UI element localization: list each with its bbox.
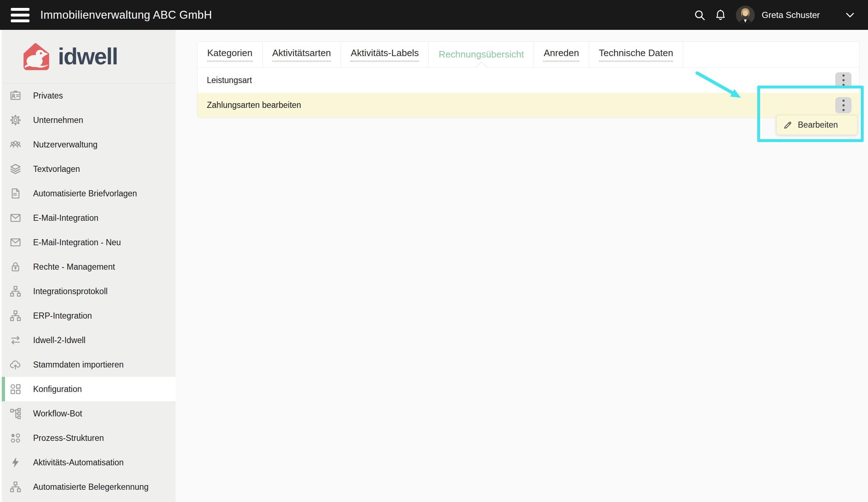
sitemap-icon <box>9 480 22 493</box>
kebab-menu-icon[interactable] <box>835 97 851 113</box>
sidebar-nav: Privates Unternehmen <box>2 83 176 499</box>
sidebar-item-automatisierte-belegerkennung[interactable]: Automatisierte Belegerkennung <box>2 475 176 499</box>
table-row-zahlungsarten: Zahlungsarten bearbeiten <box>197 93 859 118</box>
pencil-icon <box>783 120 792 130</box>
sidebar-item-prozess-strukturen[interactable]: Prozess-Strukturen <box>2 426 176 450</box>
sidebar-item-label: Rechte - Management <box>33 262 115 272</box>
sidebar-item-label: Idwell-2-Idwell <box>33 336 86 345</box>
cloud-upload-icon <box>9 358 22 371</box>
tab-bar: Kategorien Aktivitätsarten Aktivitäts-La… <box>197 42 859 68</box>
tab-rechnungsuebersicht[interactable]: Rechnungsübersicht <box>429 42 534 67</box>
page-title: Immobilienverwaltung ABC GmbH <box>40 9 212 22</box>
context-menu-item-label: Bearbeiten <box>798 120 838 130</box>
top-bar: Immobilienverwaltung ABC GmbH <box>0 0 868 30</box>
sidebar-item-label: Automatisierte Belegerkennung <box>33 482 149 492</box>
app-root: Immobilienverwaltung ABC GmbH <box>0 0 868 502</box>
sidebar-item-label: Aktivitäts-Automatisation <box>33 458 124 467</box>
user-name[interactable]: Greta Schuster <box>762 10 820 20</box>
hamburger-menu-icon[interactable] <box>11 8 29 22</box>
tab-anreden[interactable]: Anreden <box>534 42 589 67</box>
sidebar-item-label: E-Mail-Integration - Neu <box>33 238 121 247</box>
sidebar-item-konfiguration[interactable]: Konfiguration <box>2 377 176 401</box>
context-menu-item-bearbeiten[interactable]: Bearbeiten <box>776 115 858 135</box>
sidebar-item-label: Nutzerverwaltung <box>33 140 97 150</box>
gear-icon <box>9 114 22 127</box>
sidebar-item-label: Workflow-Bot <box>33 409 82 419</box>
top-bar-actions: Greta Schuster <box>694 6 868 24</box>
sidebar-item-rechte-management[interactable]: Rechte - Management <box>2 255 176 279</box>
sidebar-item-stammdaten-importieren[interactable]: Stammdaten importieren <box>2 352 176 377</box>
tab-technische-daten[interactable]: Technische Daten <box>589 42 683 67</box>
sidebar-item-aktivitaets-automatisation[interactable]: Aktivitäts-Automatisation <box>2 450 176 475</box>
sidebar-item-nutzerverwaltung[interactable]: Nutzerverwaltung <box>2 132 176 157</box>
id-card-icon <box>9 89 22 102</box>
lock-icon <box>9 260 22 273</box>
sidebar-item-integrationsprotokoll[interactable]: Integrationsprotokoll <box>2 279 176 304</box>
tab-kategorien[interactable]: Kategorien <box>197 42 263 67</box>
sidebar-item-label: Privates <box>33 91 63 101</box>
sidebar: idwell Privates <box>2 30 176 502</box>
tab-aktivitaets-labels[interactable]: Aktivitäts-Labels <box>341 42 429 67</box>
chevron-down-icon[interactable] <box>846 13 854 18</box>
sitemap-icon <box>9 309 22 322</box>
sidebar-item-privates[interactable]: Privates <box>2 83 176 108</box>
layers-icon <box>9 163 22 175</box>
exchange-arrows-icon <box>9 334 22 347</box>
sidebar-item-label: Integrationsprotokoll <box>33 287 108 296</box>
sidebar-item-label: Prozess-Strukturen <box>33 433 104 443</box>
sidebar-item-label: Automatisierte Briefvorlagen <box>33 189 137 198</box>
sidebar-item-email-integration-neu[interactable]: E-Mail-Integration - Neu <box>2 230 176 255</box>
envelope-icon <box>9 211 22 224</box>
users-icon <box>9 138 22 151</box>
workflow-icon <box>9 407 22 420</box>
brand-wordmark: idwell <box>58 43 118 70</box>
tab-bar-filler <box>683 42 859 67</box>
sidebar-item-workflow-bot[interactable]: Workflow-Bot <box>2 401 176 426</box>
nodes-icon <box>9 432 22 444</box>
brand-logo: idwell <box>2 30 176 83</box>
sidebar-item-label: Stammdaten importieren <box>33 360 124 370</box>
user-avatar[interactable] <box>736 6 755 24</box>
sidebar-item-label: Unternehmen <box>33 115 83 125</box>
lightning-icon <box>9 456 22 469</box>
sidebar-item-automatisierte-briefvorlagen[interactable]: Automatisierte Briefvorlagen <box>2 181 176 206</box>
idwell-house-bird-icon <box>22 42 51 71</box>
sidebar-item-textvorlagen[interactable]: Textvorlagen <box>2 157 176 181</box>
sidebar-item-email-integration[interactable]: E-Mail-Integration <box>2 206 176 230</box>
table-row-leistungsart: Leistungsart <box>197 68 859 93</box>
envelope-icon <box>9 236 22 249</box>
sidebar-item-unternehmen[interactable]: Unternehmen <box>2 108 176 132</box>
sitemap-icon <box>9 285 22 298</box>
settings-card: Kategorien Aktivitätsarten Aktivitäts-La… <box>197 41 860 118</box>
bell-icon[interactable] <box>714 9 727 21</box>
grid-icon <box>9 383 22 396</box>
kebab-menu-icon[interactable] <box>835 72 851 88</box>
tab-aktivitaetsarten[interactable]: Aktivitätsarten <box>263 42 341 67</box>
sidebar-item-label: E-Mail-Integration <box>33 213 99 223</box>
sidebar-item-label: Konfiguration <box>33 384 82 394</box>
sidebar-item-erp-integration[interactable]: ERP-Integration <box>2 304 176 328</box>
sidebar-item-label: Textvorlagen <box>33 164 80 174</box>
document-icon <box>9 187 22 200</box>
search-icon[interactable] <box>694 9 706 21</box>
sidebar-item-idwell-2-idwell[interactable]: Idwell-2-Idwell <box>2 328 176 352</box>
sidebar-item-label: ERP-Integration <box>33 311 92 321</box>
row-label: Zahlungsarten bearbeiten <box>207 100 301 110</box>
row-label: Leistungsart <box>207 76 252 85</box>
